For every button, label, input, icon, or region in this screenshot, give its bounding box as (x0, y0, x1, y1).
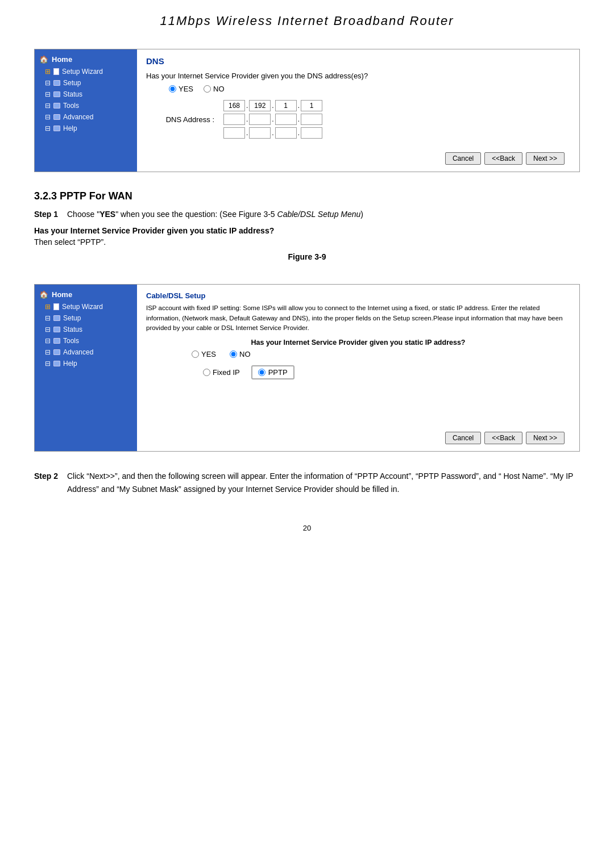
cancel-button-2[interactable]: Cancel (445, 432, 481, 444)
monitor-doc-icon-8 (53, 338, 60, 344)
sidebar-item-help-1[interactable]: ⊟ Help (35, 123, 137, 134)
dns-question-text: Has your Internet Service Provider given… (146, 72, 570, 80)
static-radio-no-input[interactable] (230, 350, 237, 358)
sidebar-label-advanced: Advanced (63, 113, 93, 121)
sidebar-item-status-1[interactable]: ⊟ Status (35, 89, 137, 100)
fixed-ip-radio[interactable] (203, 369, 210, 376)
radio-yes-label[interactable]: YES (169, 85, 193, 93)
figure-1-content: DNS Has your Internet Service Provider g… (137, 49, 579, 172)
sidebar-home-2[interactable]: 🏠 Home (35, 288, 137, 301)
monitor-icon-3: ⊟ (45, 102, 51, 110)
monitor-icon-5: ⊟ (45, 124, 51, 132)
sep-9: . (298, 129, 300, 137)
step-2-row: Step 2 Click “Next>>”, and then the foll… (34, 470, 580, 495)
ip-2-octet-3[interactable] (275, 114, 297, 125)
cable-dsl-title: Cable/DSL Setup (146, 291, 570, 300)
sep-4: . (246, 115, 248, 123)
ip-3-octet-3[interactable] (275, 127, 297, 139)
sep-6: . (298, 115, 300, 123)
back-button-2[interactable]: <<Back (484, 432, 522, 444)
ip-1-octet-1[interactable] (223, 100, 245, 111)
sidebar-2-label-tools: Tools (63, 337, 79, 345)
sidebar-2-item-setup-wizard[interactable]: ⊞ Setup Wizard (35, 301, 137, 312)
static-radio-yes-label[interactable]: YES (192, 350, 216, 358)
sep-5: . (272, 115, 273, 123)
cable-dsl-italic: Cable/DSL Setup Menu (277, 210, 361, 219)
doc-icon (53, 68, 59, 75)
sidebar-label-setup: Setup (63, 79, 81, 87)
monitor-doc-icon-3 (53, 103, 60, 108)
sidebar-item-setup-wizard-1[interactable]: ⊞ Setup Wizard (35, 66, 137, 77)
ip-3-octet-1[interactable] (223, 127, 245, 139)
monitor-icon-9: ⊟ (45, 348, 51, 356)
monitor-doc-icon (53, 80, 60, 86)
radio-yes-input[interactable] (169, 85, 176, 93)
sep-8: . (272, 129, 273, 137)
home-icon-2: 🏠 (39, 290, 48, 299)
ip-2-octet-1[interactable] (223, 114, 245, 125)
figure-1-panel: 🏠 Home ⊞ Setup Wizard ⊟ Setup ⊟ Status ⊟… (34, 49, 580, 172)
sidebar-label-status: Status (63, 90, 82, 98)
step-1-label: Step 1 (34, 208, 63, 220)
sidebar-item-advanced-1[interactable]: ⊟ Advanced (35, 111, 137, 123)
back-button-1[interactable]: <<Back (484, 152, 522, 165)
sidebar-2-item-tools[interactable]: ⊟ Tools (35, 335, 137, 347)
monitor-icon-6: ⊟ (45, 314, 51, 322)
sep-1: . (246, 102, 248, 110)
monitor-icon-8: ⊟ (45, 337, 51, 345)
sidebar-label-help: Help (63, 124, 77, 132)
monitor-icon-1: ⊟ (45, 79, 51, 87)
static-radio-no-label[interactable]: NO (230, 350, 251, 358)
pptp-radio[interactable] (258, 369, 265, 376)
next-button-1[interactable]: Next >> (526, 152, 565, 165)
dns-inputs-container: . . . . . . . (223, 100, 322, 139)
monitor-icon-10: ⊟ (45, 360, 51, 368)
sep-7: . (246, 129, 248, 137)
monitor-doc-icon-4 (53, 114, 60, 120)
sidebar-item-setup-1[interactable]: ⊟ Setup (35, 77, 137, 89)
sidebar-home-label-2: Home (52, 290, 72, 299)
figure-1-buttons: Cancel <<Back Next >> (146, 152, 570, 165)
section-322-heading: 3.2.3 PPTP For WAN (34, 190, 580, 202)
static-radio-yes-input[interactable] (192, 350, 199, 358)
then-select-text: Then select “PPTP”. (34, 237, 580, 247)
pptp-text: PPTP (268, 368, 288, 377)
sidebar-2-label-status: Status (63, 326, 82, 333)
next-button-2[interactable]: Next >> (526, 432, 565, 444)
ip-3-octet-4[interactable] (301, 127, 322, 139)
sidebar-2-item-advanced[interactable]: ⊟ Advanced (35, 347, 137, 358)
yes-bold: YES (99, 210, 115, 219)
step-2-text: Click “Next>>”, and then the following s… (67, 470, 580, 495)
sidebar-2-label-advanced: Advanced (63, 348, 93, 356)
sep-2: . (272, 102, 273, 110)
sidebar-2-item-status[interactable]: ⊟ Status (35, 324, 137, 335)
fixed-ip-label[interactable]: Fixed IP (203, 368, 240, 377)
pptp-box[interactable]: PPTP (251, 365, 294, 379)
sidebar-2-item-help[interactable]: ⊟ Help (35, 358, 137, 369)
ip-2-octet-4[interactable] (301, 114, 322, 125)
monitor-doc-icon-10 (53, 361, 60, 366)
ip-2-octet-2[interactable] (249, 114, 271, 125)
sidebar-2-item-setup[interactable]: ⊟ Setup (35, 312, 137, 324)
radio-no-input[interactable] (204, 85, 211, 93)
cancel-button-1[interactable]: Cancel (445, 152, 481, 165)
ip-1-octet-2[interactable] (249, 100, 271, 111)
figure-2-buttons: Cancel <<Back Next >> (146, 432, 570, 444)
sidebar-label-tools: Tools (63, 102, 79, 110)
step-2-block: Step 2 Click “Next>>”, and then the foll… (0, 461, 614, 518)
ip-1-octet-3[interactable] (275, 100, 297, 111)
radio-no-label[interactable]: NO (204, 85, 225, 93)
sidebar-2: 🏠 Home ⊞ Setup Wizard ⊟ Setup ⊟ Status ⊟… (35, 285, 137, 451)
figure-2-panel: 🏠 Home ⊞ Setup Wizard ⊟ Setup ⊟ Status ⊟… (34, 284, 580, 452)
dns-radio-row: YES NO (169, 85, 570, 93)
sidebar-2-label-setup: Setup (63, 314, 81, 322)
sidebar-home-1[interactable]: 🏠 Home (35, 53, 137, 66)
page-icon: ⊞ (45, 68, 51, 76)
sep-3: . (298, 102, 300, 110)
sidebar-item-tools-1[interactable]: ⊟ Tools (35, 100, 137, 111)
ip-1-octet-4[interactable] (301, 100, 322, 111)
sidebar-1: 🏠 Home ⊞ Setup Wizard ⊟ Setup ⊟ Status ⊟… (35, 49, 137, 172)
step-2-label: Step 2 (34, 470, 63, 495)
dns-address-row: DNS Address : . . . . . . (157, 100, 570, 139)
ip-3-octet-2[interactable] (249, 127, 271, 139)
